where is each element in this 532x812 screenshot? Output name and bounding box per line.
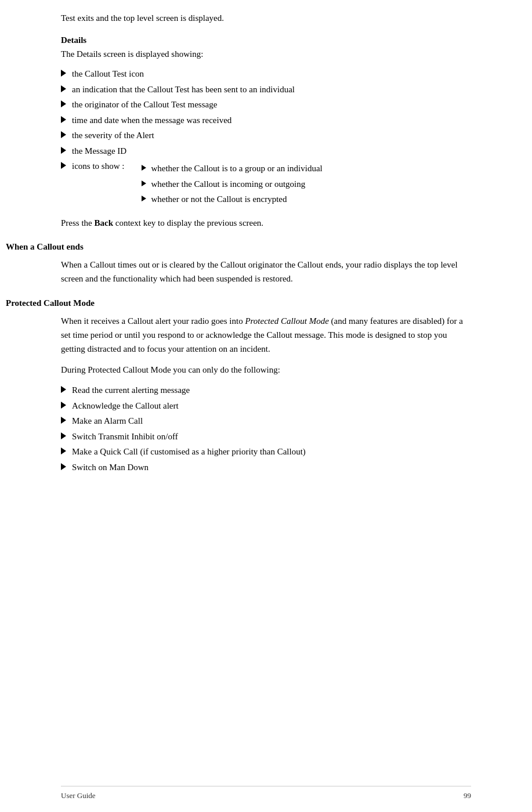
- page-footer: User Guide 99: [61, 786, 471, 800]
- list-item: the originator of the Callout Test messa…: [61, 98, 471, 111]
- bullet-arrow-icon: [61, 116, 66, 123]
- when-callout-body: When a Callout times out or is cleared b…: [61, 258, 471, 286]
- details-heading: Details: [61, 35, 471, 45]
- bullet-arrow-icon: [61, 386, 66, 393]
- bullet-arrow-icon: [61, 85, 66, 92]
- list-item: Switch on Man Down: [61, 461, 471, 474]
- bullet-arrow-icon: [61, 147, 66, 154]
- list-item: time and date when the message was recei…: [61, 114, 471, 127]
- list-item: Make an Alarm Call: [61, 414, 471, 428]
- footer-label: User Guide: [61, 791, 96, 800]
- bullet-arrow-small-icon: [142, 181, 146, 186]
- list-item: an indication that the Callout Test has …: [61, 83, 471, 96]
- list-item: Make a Quick Call (if customised as a hi…: [61, 445, 471, 459]
- when-callout-heading: When a Callout ends: [6, 242, 416, 252]
- protected-body2: During Protected Callout Mode you can on…: [61, 363, 471, 377]
- bullet-arrow-small-icon: [142, 165, 146, 171]
- details-subtext: The Details screen is displayed showing:: [61, 48, 471, 61]
- bullet-arrow-icon: [61, 402, 66, 409]
- bullet-arrow-icon: [61, 447, 66, 454]
- bullet-arrow-icon: [61, 463, 66, 470]
- bullet-arrow-icon: [61, 100, 66, 107]
- list-item: the Callout Test icon: [61, 67, 471, 81]
- intro-text: Test exits and the top level screen is d…: [61, 12, 471, 25]
- bullet-arrow-icon: [61, 131, 66, 138]
- bullet-arrow-icon: [61, 70, 66, 77]
- list-item: whether or not the Callout is encrypted: [142, 193, 322, 206]
- list-item: icons to show : whether the Callout is t…: [61, 160, 471, 208]
- protected-body1: When it receives a Callout alert your ra…: [61, 314, 471, 356]
- protected-callout-heading: Protected Callout Mode: [6, 298, 416, 308]
- list-item: the severity of the Alert: [61, 129, 471, 142]
- list-item: whether the Callout is incoming or outgo…: [142, 178, 322, 191]
- protected-bullet-list: Read the current alerting message Acknow…: [61, 384, 471, 474]
- footer-page-number: 99: [464, 791, 471, 800]
- sub-bullet-list: whether the Callout is to a group or an …: [142, 162, 322, 208]
- list-item: the Message ID: [61, 145, 471, 158]
- list-item: Read the current alerting message: [61, 384, 471, 397]
- bullet-arrow-icon: [61, 432, 66, 439]
- details-bullet-list: the Callout Test icon an indication that…: [61, 67, 471, 208]
- list-item: Switch Transmit Inhibit on/off: [61, 430, 471, 443]
- bullet-arrow-small-icon: [142, 196, 146, 201]
- bullet-arrow-icon: [61, 417, 66, 424]
- bullet-arrow-icon: [61, 162, 66, 169]
- press-back-text: Press the Back context key to display th…: [61, 216, 471, 230]
- list-item: whether the Callout is to a group or an …: [142, 162, 322, 175]
- list-item: Acknowledge the Callout alert: [61, 399, 471, 413]
